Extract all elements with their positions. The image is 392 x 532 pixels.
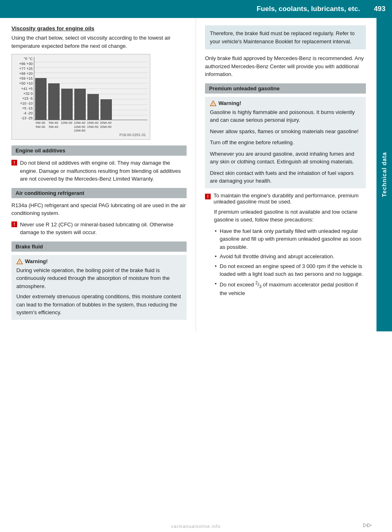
premium-note: ! To maintain the engine's durability an… [205, 192, 366, 205]
continue-arrow: ▷▷ [363, 522, 372, 528]
y-label: +5 -15 [22, 106, 33, 110]
viscosity-title: Viscosity grades for engine oils [11, 25, 187, 31]
note-icon-engine: ! [11, 160, 17, 165]
svg-rect-14 [74, 89, 86, 120]
brake-warning-title: ! Warning! [16, 258, 182, 265]
y-label: +86 +30 [19, 62, 33, 66]
note-icon-premium: ! [205, 194, 211, 199]
watermark-text: carmanualsoline.info [172, 524, 221, 529]
list-item: Avoid full throttle driving and abrupt a… [214, 253, 366, 261]
if-not-text: If premium unleaded gasoline is not avai… [214, 208, 366, 224]
list-item: Do not exceed 2/3 of maximum accelerator… [214, 280, 366, 297]
brake-body-text: Only brake fluid approved by Mercedes-Be… [205, 54, 366, 78]
left-column: Viscosity grades for engine oils Using t… [0, 18, 196, 331]
viscosity-body: Using the chart below, select oil viscos… [11, 34, 187, 50]
brake-warning-block: ! Warning! During vehicle operation, the… [11, 255, 187, 320]
premium-note-text: To maintain the engine's durability and … [214, 192, 366, 205]
tech-data-sidebar: Technical data [376, 18, 392, 331]
premium-warning-line4: Whenever you are around gasoline, avoid … [210, 150, 361, 166]
brake-continued-box: Therefore, the brake fluid must be repla… [205, 25, 366, 49]
brake-continued-text: Therefore, the brake fluid must be repla… [210, 30, 355, 45]
premium-warning-title: ! Warning! [210, 100, 361, 107]
brake-warning-text2: Under extremely strenuous operating cond… [16, 293, 182, 317]
y-label: -4 -20 [23, 111, 33, 115]
premium-warning-line3: Turn off the engine before refueling. [210, 139, 361, 147]
y-label: +10 -10 [20, 101, 33, 105]
svg-rect-16 [100, 99, 112, 120]
ac-header: Air conditioning refrigerant [11, 188, 187, 198]
ac-note-text: Never use R 12 (CFC) or mineral-based lu… [20, 221, 187, 237]
main-content: Viscosity grades for engine oils Using t… [0, 18, 392, 331]
premium-note-content: To maintain the engine's durability and … [214, 192, 359, 205]
page-number: 493 [368, 0, 392, 18]
header-title: Fuels, coolants, lubricants, etc. [0, 0, 368, 18]
chart-main-area [34, 57, 147, 120]
header-bar: Fuels, coolants, lubricants, etc. 493 [0, 0, 392, 18]
y-label: +23 -5 [22, 96, 33, 101]
premium-warning-block: ! Warning! Gasoline is highly flammable … [205, 97, 366, 188]
y-label: +41 +5 [21, 87, 33, 91]
ac-note: ! Never use R 12 (CFC) or mineral-based … [11, 221, 187, 237]
page-title: Fuels, coolants, lubricants, etc. [256, 5, 360, 13]
chart-column-labels: 0W-305W-30 5W-405W-40 10W-30 10W-4010W-5… [14, 121, 147, 133]
y-label: +32 0 [23, 92, 33, 96]
tech-data-label: Technical data [381, 152, 388, 197]
warning-triangle-icon: ! [16, 258, 23, 265]
brake-warning-text1: During vehicle operation, the boiling po… [16, 266, 182, 291]
chart-y-axis: °F °C +86 +30 +77 +25 +68 +20 +59 +15 +5… [14, 57, 34, 120]
svg-rect-13 [61, 89, 73, 120]
right-inner: Therefore, the brake fluid must be repla… [205, 25, 383, 297]
svg-text:!: ! [212, 103, 214, 106]
list-item: Do not exceed an engine speed of 3 000 r… [214, 262, 366, 278]
note-icon-ac: ! [11, 221, 17, 227]
engine-oil-note: ! Do not blend oil additives with engine… [11, 159, 187, 183]
list-item: Have the fuel tank only partially filled… [214, 227, 366, 251]
watermark: carmanualsoline.info [172, 524, 221, 529]
y-label: +59 +15 [19, 76, 33, 80]
engine-oil-header: Engine oil additives [11, 145, 187, 156]
svg-rect-12 [48, 83, 60, 120]
y-label: +77 +25 [19, 67, 33, 71]
y-label: °F °C [24, 57, 33, 61]
page-num-text: 493 [374, 5, 385, 13]
y-label: +50 +10 [19, 81, 33, 85]
svg-rect-15 [87, 94, 99, 120]
premium-warning-line5: Direct skin contact with fuels and the i… [210, 169, 361, 185]
brake-fluid-header: Brake fluid [11, 241, 187, 252]
engine-oil-note-text: Do not blend oil additives with engine o… [20, 159, 187, 183]
chart-part-number: P18.00-2251-31 [14, 133, 147, 137]
footer-arrow: ▷▷ [363, 522, 372, 528]
chart-svg [34, 57, 147, 120]
premium-header: Premium unleaded gasoline [205, 83, 366, 94]
premium-warning-label: Warning! [218, 100, 241, 106]
ac-body: R134a (HFC) refrigerant and special PAG … [11, 201, 187, 217]
viscosity-chart: °F °C +86 +30 +77 +25 +68 +20 +59 +15 +5… [11, 54, 150, 140]
svg-text:!: ! [19, 261, 20, 264]
premium-warning-line1: Gasoline is highly flammable and poisono… [210, 108, 361, 124]
svg-rect-11 [35, 78, 47, 120]
brake-warning-label: Warning! [25, 258, 48, 264]
warning-triangle-icon-2: ! [210, 100, 216, 107]
y-label: +68 +20 [19, 72, 33, 76]
right-column: Therefore, the brake fluid must be repla… [196, 18, 392, 331]
y-label: -13 -25 [21, 116, 33, 120]
precautions-list: Have the fuel tank only partially filled… [214, 227, 366, 297]
premium-warning-line2: Never allow sparks, flames or smoking ma… [210, 127, 361, 136]
